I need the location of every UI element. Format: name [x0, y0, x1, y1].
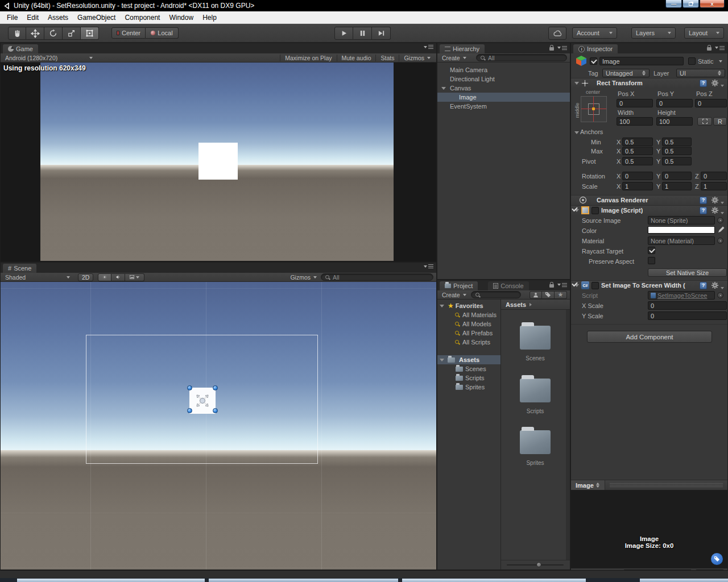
rect-transform-header[interactable]: Rect Transform ? — [571, 78, 727, 88]
lock-icon[interactable] — [707, 47, 712, 51]
foldout-open-icon[interactable] — [574, 82, 579, 85]
script-field[interactable]: SetImageToScree — [648, 291, 715, 300]
gear-icon[interactable] — [712, 207, 718, 214]
preview-drag-handle[interactable] — [610, 483, 723, 487]
blueprint-mode-button[interactable] — [697, 117, 712, 126]
tab-hierarchy[interactable]: Hierarchy — [440, 44, 485, 53]
help-icon[interactable]: ? — [700, 80, 707, 87]
anchors-max-x-field[interactable]: 0.5 — [622, 147, 653, 155]
favorite-all-materials[interactable]: All Materials — [437, 310, 500, 319]
rect-tool-gizmo-icon[interactable] — [193, 391, 212, 410]
hierarchy-item-image[interactable]: Image — [437, 93, 570, 102]
lock-icon[interactable] — [549, 284, 554, 288]
preserve-aspect-checkbox[interactable] — [648, 257, 655, 264]
gameobject-name-field[interactable]: Image — [599, 57, 684, 65]
scale-x-field[interactable]: 1 — [622, 182, 653, 190]
lock-icon[interactable] — [549, 47, 554, 51]
asset-folder-sprites[interactable]: Sprites — [520, 430, 551, 466]
corner-handle-bottom-right[interactable] — [213, 408, 218, 413]
asset-folder-scripts[interactable]: Scripts — [520, 379, 551, 414]
pivot-center-button[interactable]: Center — [111, 27, 146, 39]
scene-audio-toggle[interactable] — [111, 273, 125, 281]
layers-dropdown[interactable]: Layers — [631, 27, 676, 39]
source-image-field[interactable]: None (Sprite) — [648, 216, 715, 225]
static-checkbox[interactable] — [688, 57, 696, 65]
pivot-y-field[interactable]: 0.5 — [662, 157, 692, 165]
gameobject-active-checkbox[interactable] — [590, 57, 597, 65]
scene-lighting-toggle[interactable] — [98, 273, 111, 281]
hand-tool-button[interactable] — [8, 27, 26, 40]
cloud-collab-button[interactable] — [548, 27, 566, 40]
project-search-input[interactable] — [471, 291, 521, 298]
corner-handle-top-left[interactable] — [187, 385, 192, 390]
gear-icon[interactable] — [712, 197, 718, 203]
stats-toggle[interactable]: Stats — [375, 55, 399, 61]
hierarchy-item-eventsystem[interactable]: EventSystem — [437, 102, 570, 111]
raycast-target-checkbox[interactable] — [648, 247, 655, 254]
search-by-label-button[interactable] — [542, 291, 555, 299]
preview-tab[interactable]: Image — [571, 480, 605, 490]
assets-root-folder[interactable]: Assets — [437, 355, 500, 364]
menu-assets[interactable]: Assets — [43, 12, 73, 23]
anchors-min-y-field[interactable]: 0.5 — [662, 138, 692, 146]
layer-dropdown[interactable]: UI — [676, 69, 725, 77]
pos-x-field[interactable]: 0 — [617, 99, 653, 107]
taskbar-item[interactable] — [209, 579, 398, 582]
tag-dropdown[interactable]: Untagged — [602, 69, 650, 77]
width-field[interactable]: 100 — [617, 117, 653, 126]
taskbar-item[interactable] — [17, 579, 205, 582]
game-viewport[interactable]: Using resolution 620x349 — [1, 63, 436, 261]
image-component-header[interactable]: Image (Script) ? — [571, 205, 727, 215]
search-by-type-button[interactable] — [530, 291, 542, 299]
scene-panel-menu-icon[interactable] — [424, 264, 433, 268]
gear-icon[interactable] — [712, 80, 718, 86]
scene-2d-toggle[interactable]: 2D — [78, 273, 93, 281]
set-native-size-button[interactable]: Set Native Size — [648, 268, 727, 277]
menu-edit[interactable]: Edit — [22, 12, 43, 23]
hierarchy-item-canvas[interactable]: Canvas — [437, 84, 570, 93]
tree-folder-scripts[interactable]: Scripts — [437, 373, 500, 383]
inspector-panel-menu-icon[interactable] — [715, 46, 725, 50]
raw-mode-button[interactable]: R — [713, 117, 727, 126]
tab-inspector[interactable]: i Inspector — [573, 44, 618, 53]
scene-search-input[interactable]: All — [321, 273, 433, 281]
pause-button[interactable] — [353, 27, 372, 40]
rotate-tool-button[interactable] — [44, 27, 63, 40]
menu-gameobject[interactable]: GameObject — [73, 12, 120, 23]
tree-folder-sprites[interactable]: Sprites — [437, 383, 500, 392]
maximize-on-play-toggle[interactable]: Maximize on Play — [280, 55, 336, 61]
add-component-button[interactable]: Add Component — [587, 331, 712, 343]
search-saved-button[interactable]: ★ — [555, 291, 567, 299]
layout-dropdown[interactable]: Layout — [684, 27, 724, 39]
minimize-button[interactable]: — — [665, 0, 682, 8]
material-field[interactable]: None (Material) — [648, 236, 715, 245]
tab-scene[interactable]: # Scene — [3, 264, 36, 273]
rotation-x-field[interactable]: 0 — [622, 172, 653, 180]
project-breadcrumb[interactable]: Assets — [501, 300, 570, 310]
scale-tool-button[interactable] — [63, 27, 81, 40]
corner-handle-bottom-left[interactable] — [187, 408, 192, 413]
restore-button[interactable] — [682, 0, 699, 8]
account-dropdown[interactable]: Account — [572, 27, 617, 39]
taskbar-item[interactable] — [402, 579, 586, 582]
tree-folder-scenes[interactable]: Scenes — [437, 364, 500, 373]
asset-folder-scenes[interactable]: Scenes — [520, 326, 551, 361]
anchors-min-x-field[interactable]: 0.5 — [622, 138, 653, 146]
favorite-all-scripts[interactable]: All Scripts — [437, 338, 500, 347]
thumbnail-size-slider[interactable] — [507, 564, 564, 566]
scene-drawmode-dropdown[interactable]: Shaded — [1, 274, 75, 281]
scale-y-field[interactable]: 1 — [662, 182, 692, 190]
script-enabled-checkbox[interactable] — [592, 282, 599, 289]
pos-y-field[interactable]: 0 — [656, 99, 693, 107]
script-component-header[interactable]: C# Set Image To Screen Width ( ? — [571, 280, 727, 290]
height-field[interactable]: 100 — [656, 117, 693, 126]
gear-icon[interactable] — [712, 282, 718, 289]
project-create-dropdown[interactable]: Create — [437, 292, 471, 298]
game-gizmos-dropdown[interactable]: Gizmos — [399, 55, 434, 61]
rotation-y-field[interactable]: 0 — [662, 172, 692, 180]
taskbar-item[interactable] — [640, 579, 728, 582]
hierarchy-create-dropdown[interactable]: Create — [437, 55, 471, 61]
corner-handle-top-right[interactable] — [213, 385, 218, 390]
preview-header-bar[interactable]: Image — [571, 480, 727, 490]
menu-component[interactable]: Component — [120, 12, 164, 23]
